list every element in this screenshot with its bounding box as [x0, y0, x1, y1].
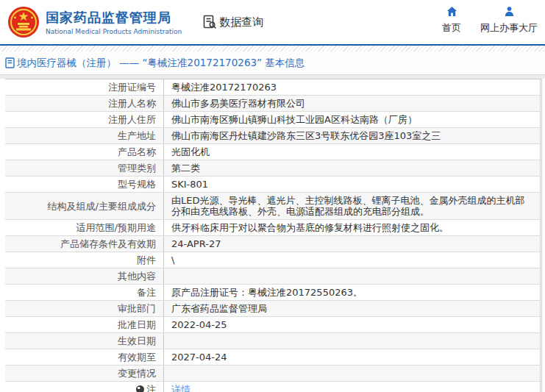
row-label: 型号规格: [5, 177, 163, 192]
table-row: 型号规格 SKI-801: [5, 177, 540, 193]
row-value: 第二类: [163, 160, 540, 176]
table-row: 适用范围/预期用途 供牙科临床用于对以聚合物为基底的修复材料进行照射使之固化。: [5, 220, 540, 236]
row-label: 备注: [5, 285, 163, 300]
nav-home-label: 首页: [442, 21, 461, 35]
table-row: 生产地址 佛山市南海区丹灶镇建沙路东三区3号联东优谷园3座103室之三: [5, 128, 540, 144]
row-value: 由LED光源、导光棒、遮光片、主控制线路板、锂离子电池、金属外壳组成的主机部分和…: [163, 193, 540, 219]
person-icon: [504, 6, 515, 17]
table-row: 审批部门 广东省药品监督管理局: [5, 301, 540, 317]
row-label: 生产地址: [5, 128, 163, 143]
row-label: 注: [5, 382, 163, 392]
nav-service-hall-label: 网上办事大厅: [480, 21, 538, 35]
note-icon: [136, 385, 144, 392]
national-emblem-icon: [7, 6, 40, 38]
row-value: 详情: [163, 382, 540, 392]
table-row: 注册证编号 粤械注准20172170263: [5, 79, 540, 96]
row-label: 注册人名称: [5, 96, 163, 111]
row-label: 结构及组成/主要组成成分: [5, 193, 163, 219]
table-row: 变更情况: [5, 366, 540, 382]
row-label: 有效期至: [5, 349, 163, 365]
table-row: 有效期至 2027-04-24: [5, 349, 540, 366]
row-value: [163, 366, 540, 381]
document-icon: [5, 57, 15, 68]
nav-service-hall[interactable]: 网上办事大厅: [480, 6, 538, 35]
row-value: SKI-801: [163, 177, 540, 192]
table-row: 附件 \: [5, 252, 540, 268]
table-row: 批准日期 2022-04-25: [5, 317, 540, 333]
row-label: 其他内容: [5, 268, 163, 284]
breadcrumb: 境内医疗器械（注册） —— “粤械注准20172170263” 基本信息: [0, 51, 545, 75]
table-row: 注册人住所 佛山市南海区狮山镇狮山科技工业园A区科达南路（厂房）: [5, 112, 540, 128]
table-row: 结构及组成/主要组成成分 由LED光源、导光棒、遮光片、主控制线路板、锂离子电池…: [5, 193, 540, 220]
agency-name-en: National Medical Products Administration: [46, 28, 182, 35]
row-value: 2027-04-24: [163, 349, 540, 365]
row-value: [163, 268, 540, 284]
page-header: 国家药品监督管理局 National Medical Products Admi…: [0, 0, 545, 44]
data-query-nav[interactable]: 数据查询: [202, 15, 263, 29]
row-value: 供牙科临床用于对以聚合物为基底的修复材料进行照射使之固化。: [163, 220, 540, 235]
info-table: 注册证编号 粤械注准20172170263 注册人名称 佛山市多易美医疗器材有限…: [5, 79, 542, 392]
row-label: 适用范围/预期用途: [5, 220, 163, 235]
row-label: 批准日期: [5, 317, 163, 332]
row-value: 2022-04-25: [163, 317, 540, 332]
row-value: 原产品注册证号：粤械注准20172550263。: [163, 285, 540, 300]
row-value: 佛山市南海区丹灶镇建沙路东三区3号联东优谷园3座103室之三: [163, 128, 540, 143]
row-label: 审批部门: [5, 301, 163, 316]
row-value: 佛山市南海区狮山镇狮山科技工业园A区科达南路（厂房）: [163, 112, 540, 127]
table-row: 注 详情: [5, 382, 540, 392]
row-value: [163, 333, 540, 349]
agency-name-cn: 国家药品监督管理局: [46, 9, 182, 26]
page-title: 境内医疗器械（注册） —— “粤械注准20172170263” 基本信息: [17, 57, 304, 70]
row-value: 粤械注准20172170263: [163, 79, 540, 95]
table-row: 生效日期: [5, 333, 540, 349]
table-row: 注册人名称 佛山市多易美医疗器材有限公司: [5, 96, 540, 112]
table-row: 产品储存条件及有效期 24-APR-27: [5, 236, 540, 252]
table-row: 其他内容: [5, 268, 540, 285]
stripe-band: [0, 46, 545, 51]
data-query-label: 数据查询: [219, 15, 263, 29]
row-value: 广东省药品监督管理局: [163, 301, 540, 316]
home-icon: [446, 6, 457, 17]
row-label: 产品名称: [5, 144, 163, 160]
table-row: 管理类别 第二类: [5, 160, 540, 177]
row-label: 变更情况: [5, 366, 163, 381]
row-value: 光固化机: [163, 144, 540, 160]
row-label: 注册证编号: [5, 79, 163, 95]
row-value: 佛山市多易美医疗器材有限公司: [163, 96, 540, 111]
row-value: 24-APR-27: [163, 236, 540, 252]
row-label: 管理类别: [5, 160, 163, 176]
table-row: 产品名称 光固化机: [5, 144, 540, 160]
nav-home[interactable]: 首页: [442, 6, 461, 35]
detail-link[interactable]: 详情: [171, 384, 190, 392]
table-row: 备注 原产品注册证号：粤械注准20172550263。: [5, 285, 540, 301]
row-label: 产品储存条件及有效期: [5, 236, 163, 252]
row-value: \: [163, 252, 540, 268]
row-label: 附件: [5, 252, 163, 268]
row-label: 生效日期: [5, 333, 163, 349]
document-search-icon: [202, 15, 217, 29]
agency-logo: 国家药品监督管理局 National Medical Products Admi…: [7, 6, 182, 38]
row-label: 注册人住所: [5, 112, 163, 127]
